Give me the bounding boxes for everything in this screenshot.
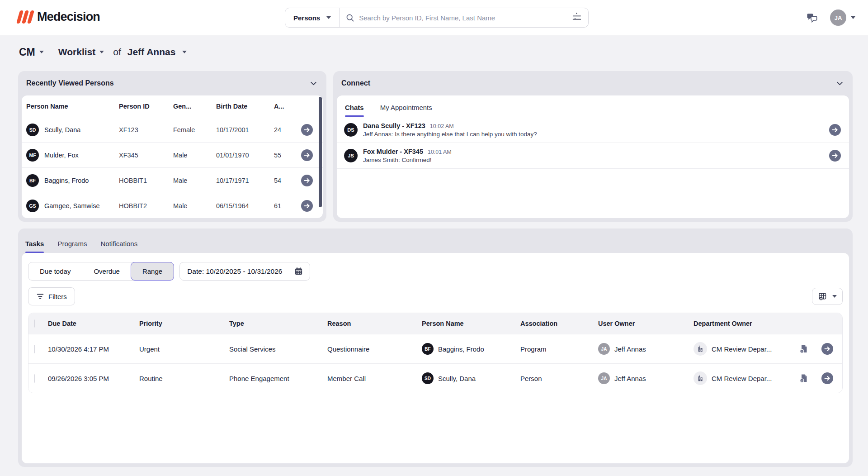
chevron-down-icon	[832, 295, 837, 298]
task-user-owner: Jeff Annas	[614, 345, 646, 353]
col-priority: Priority	[139, 320, 229, 327]
chat-list-item[interactable]: DS Dana Scully - XF123 10:02 AM Jeff Ann…	[337, 117, 849, 143]
task-person-cell: SD Scully, Dana	[422, 372, 520, 384]
search-scope-select[interactable]: Persons	[285, 8, 339, 27]
task-person-cell: BF Baggins, Frodo	[422, 343, 520, 355]
chat-last-message: Jeff Annas: Is there anything else that …	[363, 131, 537, 138]
filters-button[interactable]: Filters	[28, 287, 75, 305]
date-range-picker[interactable]: Date: 10/20/2025 - 10/31/2026	[179, 262, 310, 281]
document-info-icon	[799, 373, 809, 383]
breadcrumb-owner-select[interactable]: Jeff Annas	[127, 47, 187, 57]
worklist-tabs: Tasks Programs Notifications	[18, 228, 853, 253]
chat-time: 10:02 AM	[430, 123, 454, 129]
tab-programs[interactable]: Programs	[57, 235, 87, 253]
segment-due-today[interactable]: Due today	[28, 262, 82, 280]
chat-body: Fox Mulder - XF345 10:01 AM James Smith:…	[363, 148, 452, 163]
col-due-date: Due Date	[48, 320, 139, 327]
sliders-icon	[572, 13, 582, 23]
filter-icon	[36, 292, 44, 300]
task-details-button[interactable]	[799, 373, 809, 383]
breadcrumb-view-label: Worklist	[58, 47, 95, 57]
chat-list-item[interactable]: JS Fox Mulder - XF345 10:01 AM James Smi…	[337, 143, 849, 169]
chevron-down-icon	[851, 16, 855, 19]
segment-range[interactable]: Range	[131, 262, 174, 281]
column-settings-button[interactable]	[812, 288, 843, 305]
col-person-id: Person ID	[119, 103, 173, 110]
open-chat-button[interactable]	[829, 124, 841, 136]
collapse-chevron-icon[interactable]	[310, 80, 317, 87]
task-department-owner: CM Review Depar...	[712, 375, 772, 382]
connect-card: Chats My Appointments DS Dana Scully - X…	[337, 95, 849, 218]
open-chat-button[interactable]	[829, 150, 841, 162]
open-person-button[interactable]	[301, 124, 313, 136]
collapse-chevron-icon[interactable]	[836, 80, 844, 87]
connect-tabs: Chats My Appointments	[337, 95, 849, 117]
breadcrumb-owner-label: Jeff Annas	[127, 47, 176, 57]
task-association: Person	[520, 375, 598, 382]
tasks-table-header: Due Date Priority Type Reason Person Nam…	[28, 313, 842, 334]
person-age: 61	[274, 202, 301, 209]
page: Medecision Persons	[0, 0, 868, 476]
task-row: 10/30/2026 4:17 PM Urgent Social Service…	[28, 334, 842, 363]
row-checkbox[interactable]	[34, 345, 35, 353]
calendar-icon	[294, 267, 303, 276]
breadcrumb-view-select[interactable]: Worklist	[58, 47, 104, 57]
segment-overdue[interactable]: Overdue	[82, 262, 131, 280]
table-toolbar: Filters	[28, 287, 843, 305]
persons-table-header: Person Name Person ID Gen... Birth Date …	[22, 95, 323, 117]
arrow-right-circle-icon	[301, 149, 313, 161]
col-gender: Gen...	[173, 103, 216, 110]
search-input[interactable]	[359, 14, 567, 22]
top-right-cluster: JA	[807, 0, 855, 35]
open-person-button[interactable]	[301, 149, 313, 161]
open-task-button[interactable]	[821, 372, 833, 384]
avatar: BF	[26, 174, 39, 187]
person-birth-date: 10/17/1971	[216, 177, 274, 184]
chat-title: Fox Mulder - XF345	[363, 148, 423, 155]
chat-time: 10:01 AM	[428, 149, 452, 155]
medecision-logo-icon	[18, 10, 33, 24]
search-settings-button[interactable]	[572, 13, 582, 23]
open-task-button[interactable]	[821, 343, 833, 355]
avatar: JA	[598, 343, 610, 355]
row-checkbox[interactable]	[34, 374, 35, 383]
col-person-name: Person Name	[22, 103, 119, 110]
document-info-icon	[799, 344, 809, 354]
breadcrumb-app-select[interactable]: CM	[19, 46, 44, 58]
tab-notifications[interactable]: Notifications	[100, 235, 137, 253]
person-name: Mulder, Fox	[44, 152, 79, 159]
chevron-down-icon	[182, 51, 187, 53]
task-details-button[interactable]	[799, 344, 809, 354]
person-name-cell: SD Scully, Dana	[22, 124, 119, 136]
task-user-owner: Jeff Annas	[614, 375, 646, 382]
tab-chats[interactable]: Chats	[345, 95, 364, 117]
avatar: BF	[422, 343, 434, 355]
chevron-down-icon	[39, 51, 44, 53]
person-name: Baggins, Frodo	[44, 177, 89, 184]
avatar: MF	[26, 149, 39, 162]
tab-my-appointments[interactable]: My Appointments	[380, 95, 432, 117]
breadcrumb-app-label: CM	[19, 46, 35, 58]
task-reason: Questionnaire	[327, 345, 422, 353]
arrow-right-circle-icon	[301, 175, 313, 186]
task-association: Program	[520, 345, 598, 353]
person-id: HOBBIT1	[119, 177, 173, 184]
task-user-owner-cell: JA Jeff Annas	[598, 343, 693, 355]
person-name-cell: GS Gamgee, Samwise	[22, 200, 119, 212]
person-birth-date: 01/01/1970	[216, 152, 274, 159]
task-person-name: Baggins, Frodo	[438, 345, 484, 353]
select-all-checkbox[interactable]	[34, 319, 35, 328]
user-menu[interactable]: JA	[830, 10, 855, 26]
building-icon	[693, 342, 707, 356]
task-row: 09/26/2026 3:05 PM Routine Phone Engagem…	[28, 363, 842, 393]
arrow-right-circle-icon	[829, 150, 841, 162]
tab-tasks[interactable]: Tasks	[25, 235, 44, 253]
table-scrollbar[interactable]	[319, 97, 322, 207]
filters-label: Filters	[48, 293, 67, 300]
open-person-button[interactable]	[301, 175, 313, 186]
col-person-name: Person Name	[422, 320, 520, 327]
open-person-button[interactable]	[301, 200, 313, 212]
messages-button[interactable]	[807, 12, 818, 23]
arrow-right-circle-icon	[821, 372, 833, 384]
chat-title: Dana Scully - XF123	[363, 122, 425, 129]
